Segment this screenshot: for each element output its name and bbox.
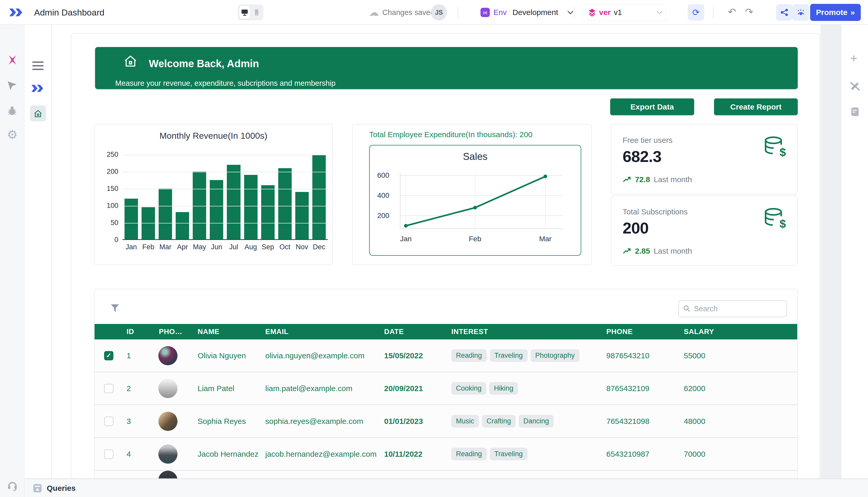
cell-id: 1 xyxy=(123,351,155,360)
x-axis-tick: Jan xyxy=(125,243,138,251)
promote-button[interactable]: Promote » xyxy=(810,4,861,21)
x-axis-tick: Mar xyxy=(530,235,561,243)
line-plot-area xyxy=(393,168,568,233)
x-axis-tick: Feb xyxy=(459,235,490,243)
gridline xyxy=(123,206,328,207)
x-axis-tick: Jul xyxy=(227,243,240,251)
refresh-queries-button[interactable]: ⟳ xyxy=(688,4,704,21)
menu-hamburger-icon[interactable] xyxy=(32,61,44,72)
interest-tag: Traveling xyxy=(490,349,527,362)
create-report-button[interactable]: Create Report xyxy=(714,98,798,115)
row-checkbox[interactable] xyxy=(104,384,113,393)
row-checkbox[interactable] xyxy=(104,450,113,459)
queries-bar[interactable]: Queries xyxy=(25,479,868,497)
cell-salary: 55000 xyxy=(680,351,797,360)
stat-suffix: Last month xyxy=(654,247,692,255)
edit-disabled-icon[interactable] xyxy=(850,81,860,92)
cell-salary: 48000 xyxy=(680,416,797,426)
y-axis-tick: 250 xyxy=(99,151,118,159)
row-checkbox[interactable]: ✓ xyxy=(104,351,113,360)
export-data-button[interactable]: Export Data xyxy=(610,98,694,115)
user-avatar[interactable]: JS xyxy=(431,4,447,20)
environment-select[interactable]: (x) Env Development xyxy=(481,0,572,25)
x-axis-tick: Dec xyxy=(312,243,326,251)
gridline xyxy=(123,189,328,189)
column-header: INTEREST xyxy=(448,328,603,336)
redo-button[interactable]: ↷ xyxy=(745,6,753,17)
gridline xyxy=(123,172,328,172)
x-axis-tick: May xyxy=(193,243,206,251)
y-axis-tick: 50 xyxy=(99,219,118,227)
interest-tag: Cooking xyxy=(451,382,486,395)
table-row[interactable]: 2Liam Patelliam.patel@example.com20/09/2… xyxy=(95,372,797,405)
cell-email: liam.patel@example.com xyxy=(262,384,381,394)
database-dollar-icon: $ xyxy=(764,136,786,159)
share-button[interactable] xyxy=(776,4,793,21)
cell-phone: 9876543210 xyxy=(603,351,680,360)
layers-icon xyxy=(588,8,596,16)
script-doc-icon[interactable] xyxy=(850,107,860,118)
save-status: ☁✓ Changes saved xyxy=(369,0,435,25)
table-row[interactable]: 4Jacob Hernandezjacob.hernandez@example.… xyxy=(95,438,797,471)
svg-text:$: $ xyxy=(779,217,786,229)
y-axis-tick: 200 xyxy=(376,212,389,220)
banner-subtitle: Measure your revenue, expenditure, subcr… xyxy=(115,79,336,88)
row-checkbox[interactable] xyxy=(104,417,113,426)
chart-title: Sales xyxy=(370,151,581,162)
gear-icon[interactable]: ⚙ xyxy=(7,128,17,142)
stat-suffix: Last month xyxy=(654,175,692,184)
flag-icon[interactable] xyxy=(7,81,17,92)
stat-trend: 2.85 Last month xyxy=(623,247,692,255)
cell-email: jacob.hernandez@example.com xyxy=(262,449,381,459)
column-header: DATE xyxy=(381,328,448,336)
nav-home-button[interactable] xyxy=(30,105,46,122)
avatar xyxy=(158,412,177,431)
bar-aug xyxy=(244,175,258,239)
column-header: PHO… xyxy=(155,328,194,336)
preview-button[interactable] xyxy=(793,4,809,21)
table-row[interactable]: 3Sophia Reyessophia.reyes@example.com01/… xyxy=(95,405,797,438)
filter-icon[interactable] xyxy=(110,304,120,314)
checkbox-cell xyxy=(95,384,123,393)
column-header: ID xyxy=(123,328,155,336)
stat-label: Free tier users xyxy=(623,136,672,145)
canvas-gutter xyxy=(821,25,841,479)
database-dollar-icon: $ xyxy=(764,208,786,230)
stat-card-subscriptions: Total Subscriptions 200 2.85 Last month … xyxy=(611,196,798,266)
svg-text:$: $ xyxy=(779,146,786,158)
x-axis-tick: Mar xyxy=(159,243,172,251)
bar-mar xyxy=(159,188,172,239)
cloud-check-icon: ☁✓ xyxy=(369,8,379,17)
expenditure-header: Total Employee Expenditure(In thousands)… xyxy=(369,130,532,139)
support-headset-icon[interactable] xyxy=(7,480,18,492)
banner-title: Welcome Back, Admin xyxy=(149,58,259,70)
add-component-button[interactable]: + xyxy=(850,53,857,64)
undo-button[interactable]: ↶ xyxy=(728,6,736,17)
cell-interests: ReadingTravelingPhotography xyxy=(448,349,603,362)
share-icon xyxy=(780,8,788,16)
cell-date: 01/01/2023 xyxy=(381,416,448,426)
y-axis-tick: 200 xyxy=(99,168,118,176)
cell-salary: 70000 xyxy=(680,449,797,459)
stat-trend: 72.8 Last month xyxy=(623,175,692,184)
chevron-down-icon xyxy=(657,9,663,14)
version-select[interactable]: ver v1 xyxy=(583,4,667,20)
table-row[interactable]: ✓1Olivia Nguyenolivia.nguyen@example.com… xyxy=(95,339,797,372)
stat-label: Total Subscriptions xyxy=(623,208,688,216)
avatar xyxy=(158,346,177,365)
bar-x-axis-labels: JanFebMarAprMayJunJulAugSepOctNovDec xyxy=(123,243,328,251)
mobile-toggle-button[interactable] xyxy=(251,6,262,19)
debug-bug-icon[interactable] xyxy=(7,105,17,117)
cell-date: 15/05/2022 xyxy=(381,351,448,360)
brand-star-icon[interactable] xyxy=(7,55,18,66)
bar-dec xyxy=(312,155,326,239)
cell-interests: MusicCraftingDancing xyxy=(448,415,603,427)
x-axis-tick: Sep xyxy=(261,243,275,251)
desktop-toggle-button[interactable] xyxy=(239,6,250,19)
trend-up-icon xyxy=(623,248,631,254)
interest-tag: Music xyxy=(451,415,479,427)
search-input[interactable] xyxy=(694,304,771,313)
cell-id: 2 xyxy=(123,384,155,394)
x-axis-tick: Apr xyxy=(176,243,189,251)
cell-id: 4 xyxy=(123,449,155,459)
